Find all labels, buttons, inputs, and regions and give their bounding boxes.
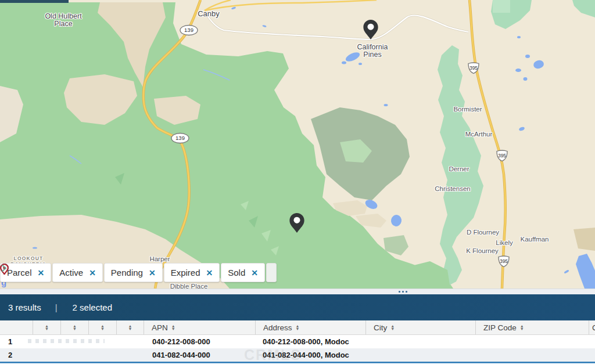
results-separator: | bbox=[55, 302, 58, 312]
header-sort-col-3[interactable]: ▲▼ bbox=[89, 320, 117, 334]
row-focus-dashes bbox=[28, 339, 105, 343]
map-lake bbox=[524, 77, 528, 81]
legend-chip-sold[interactable]: Sold ✕ bbox=[221, 263, 265, 282]
map-canvas[interactable]: 139 139 395 395 395 Old Hulbert Place C bbox=[0, 0, 595, 289]
header-address-label: Address bbox=[263, 323, 292, 332]
legend-chip-label: Parcel bbox=[7, 268, 32, 277]
map-label-likely: Likely bbox=[496, 239, 512, 247]
header-address[interactable]: Address▲▼ bbox=[256, 320, 366, 334]
results-table-header: ▲▼ ▲▼ ▲▼ ▲▼ APN▲▼ Address▲▼ City▲▼ ZIP C… bbox=[0, 320, 595, 335]
close-icon[interactable]: ✕ bbox=[206, 268, 213, 277]
cell-address: 041-082-044-000, Modoc bbox=[256, 351, 366, 359]
header-sort-col-1[interactable]: ▲▼ bbox=[33, 320, 61, 334]
header-apn-label: APN bbox=[152, 323, 168, 332]
legend-chip-label: Sold bbox=[228, 268, 245, 277]
legend-chip-label: Pending bbox=[111, 268, 143, 277]
map-lake bbox=[384, 104, 388, 106]
sort-icon: ▲▼ bbox=[171, 325, 175, 330]
svg-text:395: 395 bbox=[500, 258, 508, 264]
cell-row-number: 2 bbox=[0, 351, 33, 359]
table-row[interactable]: 1 040-212-008-000 040-212-008-000, Modoc bbox=[0, 335, 595, 348]
header-zip[interactable]: ZIP Code▲▼ bbox=[476, 320, 589, 334]
svg-text:139: 139 bbox=[184, 27, 193, 33]
header-city[interactable]: City▲▼ bbox=[366, 320, 476, 334]
table-bottom-accent bbox=[0, 362, 595, 363]
drag-handle-dots-icon bbox=[399, 291, 407, 293]
close-icon[interactable]: ✕ bbox=[89, 268, 96, 277]
map-label-bormister: Bormister bbox=[453, 106, 482, 113]
map-label-mcarthur: McArthur bbox=[465, 131, 493, 138]
map-lake bbox=[342, 62, 346, 64]
legend-more-button[interactable] bbox=[266, 263, 277, 282]
legend-chip-expired[interactable]: Expired ✕ bbox=[164, 263, 220, 282]
map-label-k-flourney: K Flourney bbox=[466, 247, 499, 255]
map-label-dibble-place: Dibble Place bbox=[170, 283, 208, 289]
map-label-derner: Derner bbox=[449, 165, 469, 173]
sort-icon: ▲▼ bbox=[520, 325, 524, 330]
map-lake bbox=[517, 36, 521, 38]
map-label-kauffman: Kauffman bbox=[520, 236, 549, 243]
map-label-california-pines: California Pines bbox=[357, 44, 388, 59]
svg-text:395: 395 bbox=[498, 153, 506, 158]
map-lake bbox=[525, 55, 530, 58]
header-apn[interactable]: APN▲▼ bbox=[144, 320, 256, 334]
header-zip-label: ZIP Code bbox=[483, 323, 517, 332]
header-sort-col-4[interactable]: ▲▼ bbox=[117, 320, 144, 334]
legend-chip-active[interactable]: Active ✕ bbox=[52, 263, 103, 282]
results-count: 3 results bbox=[8, 302, 41, 312]
results-summary-bar: 3 results | 2 selected bbox=[0, 294, 595, 320]
close-icon[interactable]: ✕ bbox=[251, 268, 258, 277]
selected-count: 2 selected bbox=[73, 302, 112, 312]
sort-icon: ▲▼ bbox=[73, 325, 77, 330]
legend-chip-label: Expired bbox=[171, 268, 200, 277]
table-row[interactable]: 2 041-082-044-000 041-082-044-000, Modoc bbox=[0, 348, 595, 362]
map-green-blob-light bbox=[493, 0, 510, 13]
sort-icon: ▲▼ bbox=[128, 325, 132, 330]
map-pond bbox=[33, 247, 37, 248]
cell-address: 040-212-008-000, Modoc bbox=[256, 337, 366, 346]
close-icon[interactable]: ✕ bbox=[38, 268, 45, 277]
highway-shield-139: 139 bbox=[180, 26, 198, 35]
panel-resize-handle[interactable] bbox=[0, 289, 595, 294]
header-sort-col-2[interactable]: ▲▼ bbox=[61, 320, 89, 334]
sort-icon: ▲▼ bbox=[390, 325, 395, 330]
highway-shield-139: 139 bbox=[171, 134, 189, 143]
map-label-christensen: Christensen bbox=[435, 185, 470, 193]
map-lake bbox=[359, 63, 362, 65]
svg-text:139: 139 bbox=[175, 135, 185, 141]
map-label-harper: Harper bbox=[149, 255, 170, 263]
map-edge-artifact bbox=[0, 0, 69, 3]
sort-icon: ▲▼ bbox=[45, 325, 49, 330]
header-partial-column[interactable]: C bbox=[589, 320, 595, 334]
legend-next-chevron-icon bbox=[0, 263, 8, 273]
map-legend-bar: Parcel ✕ Active ✕ Pending ✕ Expired ✕ bbox=[0, 263, 277, 282]
svg-text:395: 395 bbox=[469, 65, 478, 71]
header-partial-label: C bbox=[592, 323, 595, 332]
legend-chip-pending[interactable]: Pending ✕ bbox=[104, 263, 163, 282]
cell-apn: 040-212-008-000 bbox=[144, 337, 256, 346]
map-lake bbox=[515, 69, 521, 72]
cell-apn: 041-082-044-000 bbox=[144, 351, 256, 359]
map-label-old-hulbert-place: Old Hulbert Place bbox=[45, 13, 81, 28]
close-icon[interactable]: ✕ bbox=[149, 268, 156, 277]
legend-chip-label: Active bbox=[59, 268, 83, 277]
map-label-d-flourney: D Flourney bbox=[467, 229, 499, 236]
map-label-canby: Canby bbox=[198, 10, 220, 17]
sort-icon: ▲▼ bbox=[296, 325, 300, 330]
header-city-label: City bbox=[374, 323, 387, 332]
header-row-number bbox=[0, 320, 33, 334]
sort-icon: ▲▼ bbox=[101, 325, 105, 330]
